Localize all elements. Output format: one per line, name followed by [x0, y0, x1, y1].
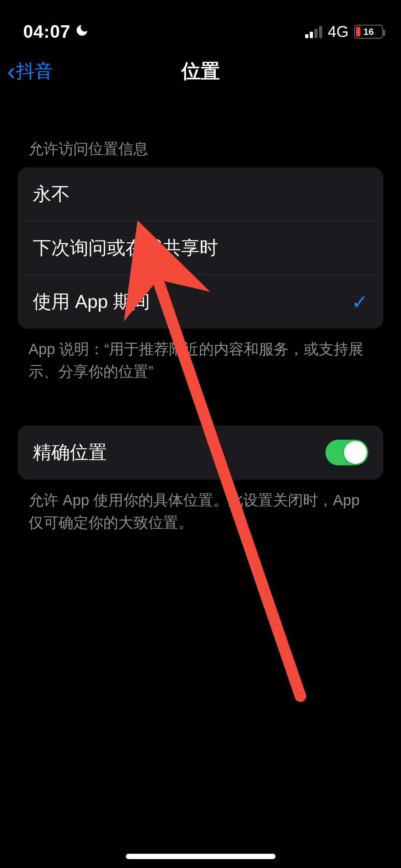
status-left: 04:07: [23, 21, 89, 42]
option-label: 下次询问或在我共享时: [33, 236, 218, 260]
option-ask-next-time[interactable]: 下次询问或在我共享时: [18, 221, 383, 275]
location-access-group: 永不 下次询问或在我共享时 使用 App 期间 ✓: [18, 167, 383, 329]
dnd-moon-icon: [75, 23, 89, 41]
option-while-using-app[interactable]: 使用 App 期间 ✓: [18, 275, 383, 329]
precise-location-row[interactable]: 精确位置: [18, 425, 383, 480]
cellular-signal-icon: [305, 25, 322, 38]
status-time: 04:07: [23, 21, 71, 42]
option-label: 使用 App 期间: [33, 289, 150, 314]
network-type-label: 4G: [328, 23, 349, 41]
back-label: 抖音: [16, 59, 53, 84]
status-bar: 04:07 4G 16: [0, 0, 401, 46]
home-indicator[interactable]: [126, 854, 276, 859]
option-never[interactable]: 永不: [18, 167, 383, 221]
precise-location-label: 精确位置: [33, 440, 107, 465]
nav-bar: ‹ 抖音 位置: [0, 46, 401, 96]
chevron-left-icon: ‹: [7, 59, 15, 84]
location-access-header: 允许访问位置信息: [18, 139, 383, 167]
page-title: 位置: [181, 58, 220, 84]
precise-location-group: 精确位置: [18, 425, 383, 480]
content: 允许访问位置信息 永不 下次询问或在我共享时 使用 App 期间 ✓ App 说…: [0, 139, 401, 534]
toggle-knob: [344, 441, 367, 464]
checkmark-icon: ✓: [351, 290, 368, 314]
precise-location-toggle[interactable]: [325, 440, 368, 465]
precise-location-footer: 允许 App 使用你的具体位置。此设置关闭时，App 仅可确定你的大致位置。: [18, 480, 383, 534]
battery-icon: 16: [354, 25, 383, 39]
back-button[interactable]: ‹ 抖音: [7, 59, 53, 84]
location-access-footer: App 说明：“用于推荐附近的内容和服务，或支持展示、分享你的位置”: [18, 329, 383, 383]
option-label: 永不: [33, 182, 70, 207]
status-right: 4G 16: [305, 23, 383, 41]
battery-percent: 16: [355, 26, 382, 37]
